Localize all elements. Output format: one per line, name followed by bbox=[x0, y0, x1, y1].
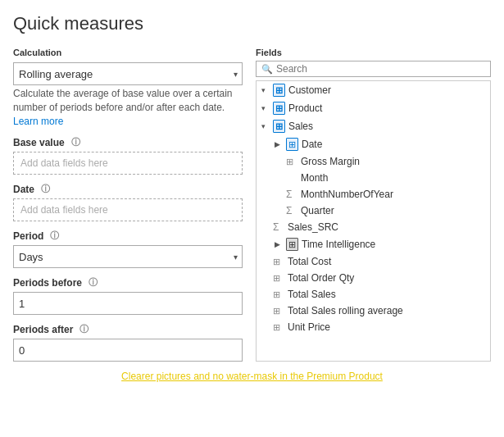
fields-label: Fields bbox=[256, 48, 491, 57]
date-group: Date ⓘ Add data fields here bbox=[13, 183, 243, 221]
period-info-icon: ⓘ bbox=[50, 230, 59, 242]
search-icon: 🔍 bbox=[261, 64, 273, 75]
tree-item-label: Date bbox=[302, 139, 322, 150]
tree-item-label: Time Intelligence bbox=[302, 239, 375, 250]
base-value-drop-field[interactable]: Add data fields here bbox=[13, 152, 243, 175]
periods-before-label: Periods before bbox=[13, 277, 82, 289]
periods-before-info-icon: ⓘ bbox=[89, 276, 98, 289]
chevron-icon: ▶ bbox=[275, 240, 283, 248]
chevron-icon: ▶ bbox=[275, 140, 283, 148]
tree-item-label: Month bbox=[301, 172, 328, 184]
right-panel: Fields 🔍 ▾ ⊞ Customer ▾ ⊞ Product ▾ ⊞ Sa… bbox=[256, 48, 491, 362]
tree-item[interactable]: ▶ ⊞ Time Intelligence bbox=[257, 235, 490, 253]
base-value-placeholder: Add data fields here bbox=[20, 157, 108, 169]
sigma-icon: Σ bbox=[286, 189, 297, 200]
periods-before-group: Periods before ⓘ bbox=[13, 276, 243, 315]
page-title: Quick measures bbox=[13, 13, 491, 34]
watermark-text: Clearer pictures and no water-mask in th… bbox=[121, 371, 383, 382]
calculation-dropdown-wrapper: Rolling averageAverageSumCountMaxMin ▾ bbox=[13, 62, 243, 85]
tree-item-label: Customer bbox=[288, 84, 331, 96]
period-group: Period ⓘ DaysWeeksMonthsQuartersYears ▾ bbox=[13, 230, 243, 268]
field-icon: ⊞ bbox=[273, 273, 284, 284]
tree-item-label: Gross Margin bbox=[301, 156, 360, 167]
periods-after-info-icon: ⓘ bbox=[79, 323, 89, 335]
tree-item-label: MonthNumberOfYear bbox=[301, 189, 393, 200]
date-drop-field[interactable]: Add data fields here bbox=[13, 198, 243, 221]
tree-item[interactable]: ▶ ⊞ Date bbox=[257, 135, 490, 153]
tree-item-label: Unit Price bbox=[288, 321, 330, 333]
calculation-dropdown[interactable]: Rolling averageAverageSumCountMaxMin bbox=[13, 62, 243, 85]
period-label-row: Period ⓘ bbox=[13, 230, 243, 242]
periods-after-label: Periods after bbox=[13, 324, 73, 335]
periods-after-group: Periods after ⓘ bbox=[13, 323, 243, 362]
chevron-icon: ▾ bbox=[261, 104, 270, 112]
field-icon: ⊞ bbox=[273, 257, 284, 267]
tree-item[interactable]: ⊞ Gross Margin bbox=[257, 153, 490, 170]
tree-item[interactable]: ⊞ Total Order Qty bbox=[257, 270, 490, 286]
black-table-icon: ⊞ bbox=[286, 238, 298, 251]
period-label: Period bbox=[13, 230, 43, 242]
calendar-icon: ⊞ bbox=[286, 138, 298, 151]
field-icon: ⊞ bbox=[273, 322, 284, 333]
tree-item[interactable]: Σ Quarter bbox=[257, 203, 490, 219]
base-value-label-row: Base value ⓘ bbox=[13, 136, 243, 148]
periods-before-input[interactable] bbox=[13, 292, 243, 315]
tree-item-label: Sales_SRC bbox=[288, 221, 338, 233]
tree-item-label: Total Order Qty bbox=[288, 272, 354, 284]
tree-item[interactable]: ⊞ Total Sales rolling average bbox=[257, 303, 490, 319]
watermark-bar: Clearer pictures and no water-mask in th… bbox=[13, 370, 491, 382]
tree-item[interactable]: ⊞ Total Sales bbox=[257, 286, 490, 303]
date-label-row: Date ⓘ bbox=[13, 183, 243, 195]
period-dropdown[interactable]: DaysWeeksMonthsQuartersYears bbox=[13, 245, 243, 268]
tree-item[interactable]: ⊞ Total Cost bbox=[257, 253, 490, 270]
table-icon: ⊞ bbox=[273, 120, 285, 133]
base-value-label: Base value bbox=[13, 137, 65, 148]
tree-item[interactable]: Σ Sales_SRC bbox=[257, 219, 490, 235]
periods-after-input[interactable] bbox=[13, 339, 243, 362]
date-placeholder: Add data fields here bbox=[20, 204, 108, 216]
tree-item[interactable]: Σ MonthNumberOfYear bbox=[257, 186, 490, 203]
calculation-description: Calculate the average of base value over… bbox=[13, 87, 243, 128]
calculation-label: Calculation bbox=[13, 48, 243, 57]
learn-more-link[interactable]: Learn more bbox=[13, 116, 63, 127]
tree-item[interactable]: ▾ ⊞ Product bbox=[257, 99, 490, 117]
tree-item-label: Quarter bbox=[301, 205, 334, 216]
table-icon: ⊞ bbox=[273, 102, 285, 115]
search-box: 🔍 bbox=[256, 61, 491, 77]
field-icon: ⊞ bbox=[273, 306, 284, 316]
table-icon: ⊞ bbox=[273, 84, 285, 97]
tree-item-label: Sales bbox=[288, 121, 313, 132]
tree-item-label: Product bbox=[288, 102, 322, 114]
left-panel: Calculation Rolling averageAverageSumCou… bbox=[13, 48, 243, 362]
tree-item[interactable]: ▾ ⊞ Customer bbox=[257, 81, 490, 99]
periods-after-label-row: Periods after ⓘ bbox=[13, 323, 243, 335]
calculation-group: Calculation Rolling averageAverageSumCou… bbox=[13, 48, 243, 128]
search-input[interactable] bbox=[276, 63, 485, 75]
date-info-icon: ⓘ bbox=[41, 183, 50, 195]
date-label: Date bbox=[13, 184, 34, 195]
tree-item[interactable]: ▾ ⊞ Sales bbox=[257, 117, 490, 135]
tree-item[interactable]: Month bbox=[257, 170, 490, 186]
sigma-icon: Σ bbox=[273, 221, 284, 233]
tree-item[interactable]: ⊞ Unit Price bbox=[257, 319, 490, 335]
tree-item-label: Total Cost bbox=[288, 256, 331, 267]
sigma-icon: Σ bbox=[286, 205, 297, 216]
field-icon: ⊞ bbox=[273, 289, 284, 300]
periods-before-label-row: Periods before ⓘ bbox=[13, 276, 243, 289]
tree-item-label: Total Sales rolling average bbox=[288, 305, 403, 316]
field-icon: ⊞ bbox=[286, 157, 297, 167]
period-dropdown-wrapper: DaysWeeksMonthsQuartersYears ▾ bbox=[13, 245, 243, 268]
base-value-group: Base value ⓘ Add data fields here bbox=[13, 136, 243, 175]
chevron-icon: ▾ bbox=[261, 122, 270, 130]
base-value-info-icon: ⓘ bbox=[71, 136, 80, 148]
chevron-icon: ▾ bbox=[261, 86, 270, 94]
calculation-desc-text: Calculate the average of base value over… bbox=[13, 88, 233, 113]
tree-item-label: Total Sales bbox=[288, 289, 336, 300]
tree-panel: ▾ ⊞ Customer ▾ ⊞ Product ▾ ⊞ Sales ▶ ⊞ D… bbox=[256, 80, 491, 362]
